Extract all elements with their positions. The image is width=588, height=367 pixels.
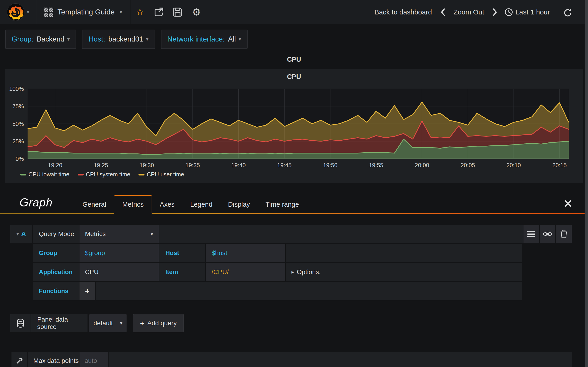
query-mode-select[interactable]: Metrics ▾ [79, 225, 159, 243]
save-dashboard-button[interactable] [168, 0, 187, 24]
star-dashboard-button[interactable]: ☆ [130, 0, 149, 24]
field-label-host: Host [159, 244, 205, 262]
y-axis: 100%75%50%25%0% [5, 89, 27, 159]
query-mode-label: Query Mode [33, 225, 79, 243]
legend-item[interactable]: CPU iowait time [20, 171, 69, 178]
variable-host-dropdown[interactable]: Host: backend01 ▾ [82, 30, 155, 49]
query-ref-id: A [21, 230, 26, 238]
x-axis-tick-label: 19:50 [323, 162, 337, 169]
legend-series-name: CPU iowait time [28, 171, 69, 178]
variable-label: Network interface: [167, 35, 225, 43]
x-axis: 19:2019:2519:3019:3519:4019:4519:5019:55… [27, 159, 569, 170]
panel-title[interactable]: CPU [5, 69, 583, 83]
field-label-application: Application [33, 263, 79, 281]
caret-down-icon: ▾ [27, 9, 29, 15]
y-axis-tick-label: 75% [12, 103, 24, 110]
x-axis-tick-label: 20:05 [460, 162, 475, 169]
x-axis-tick-label: 20:10 [506, 162, 521, 169]
legend-item[interactable]: CPU system time [78, 171, 130, 178]
chevron-left-icon[interactable] [440, 8, 445, 16]
scrollbar[interactable] [585, 0, 588, 367]
refresh-button[interactable] [557, 8, 574, 17]
tab-general[interactable]: General [75, 196, 114, 214]
x-axis-tick-label: 19:30 [140, 162, 154, 169]
mdp-row-filler [109, 352, 572, 367]
query-menu-button[interactable] [523, 225, 539, 243]
share-dashboard-button[interactable] [149, 0, 168, 24]
legend-series-name: CPU user time [147, 171, 184, 178]
save-icon [172, 7, 183, 17]
dashboard-settings-button[interactable]: ⚙ [187, 0, 206, 24]
chevron-right-icon[interactable] [493, 8, 498, 16]
datasource-icon-cell [10, 314, 31, 332]
chart-plot-area[interactable] [27, 89, 569, 159]
wrench-icon [15, 357, 24, 365]
eye-icon [543, 231, 553, 237]
menu-icon [527, 231, 535, 237]
tab-display[interactable]: Display [220, 196, 258, 214]
variable-network-interface-dropdown[interactable]: Network interface: All ▾ [161, 30, 248, 49]
legend-series-name: CPU system time [86, 171, 130, 178]
tab-time-range[interactable]: Time range [258, 196, 307, 214]
legend-item[interactable]: CPU user time [138, 171, 184, 178]
y-axis-tick-label: 50% [12, 120, 24, 127]
field-value-host[interactable]: $host [206, 244, 285, 262]
add-function-button[interactable]: + [79, 282, 95, 300]
options-toggle[interactable]: ▸ Options: [286, 263, 522, 281]
x-axis-tick-label: 19:55 [369, 162, 383, 169]
query-visibility-button[interactable] [540, 225, 555, 243]
query-editor: ▾ A Query Mode Metrics ▾ [0, 225, 588, 300]
time-picker-button[interactable]: Last 1 hour [501, 8, 553, 17]
query-row-group-host: Group $group Host $host [33, 244, 522, 262]
editor-panel-type: Graph [19, 196, 75, 214]
template-variables-row: Group: Backend ▾ Host: backend01 ▾ Netwo… [0, 24, 588, 50]
datasource-select[interactable]: default ▾ [89, 314, 127, 332]
panel-editor: Graph General Metrics Axes Legend Displa… [0, 195, 588, 367]
query-row-functions: Functions + [33, 282, 522, 300]
max-data-points-input[interactable] [80, 352, 108, 367]
legend-color-swatch [138, 174, 145, 175]
trash-icon [560, 230, 568, 238]
max-data-points-label: Max data points [28, 352, 80, 367]
query-row-filler [159, 225, 523, 243]
dashboard-title: Templating Guide [57, 8, 115, 16]
variable-value: backend01 [108, 35, 143, 43]
add-query-button[interactable]: + Add query [133, 314, 184, 332]
field-value-group[interactable]: $group [79, 244, 159, 262]
tab-axes[interactable]: Axes [152, 196, 182, 214]
dashboard-title-dropdown[interactable]: Templating Guide ▾ [36, 0, 130, 24]
dashboard-grid-icon [44, 8, 53, 17]
x-axis-tick-label: 20:15 [552, 162, 567, 169]
max-data-points-row: Max data points [11, 352, 572, 367]
field-label-item: Item [159, 263, 205, 281]
top-navbar: ▾ Templating Guide ▾ ☆ ⚙ Back to dashboa… [0, 0, 585, 24]
query-collapse-toggle[interactable]: ▾ A [10, 225, 32, 243]
close-editor-button[interactable] [564, 200, 572, 207]
caret-down-icon: ▾ [146, 36, 149, 42]
caret-down-icon: ▾ [120, 9, 122, 15]
variable-value: Backend [37, 35, 65, 43]
variable-group-dropdown[interactable]: Group: Backend ▾ [5, 30, 76, 49]
x-axis-tick-label: 19:40 [231, 162, 246, 169]
options-label: Options: [297, 268, 321, 276]
y-axis-tick-label: 25% [12, 138, 24, 144]
caret-down-icon: ▾ [67, 36, 69, 42]
tab-metrics[interactable]: Metrics [114, 195, 152, 215]
zoom-out-button[interactable]: Zoom Out [449, 8, 489, 16]
scrollbar-thumb[interactable] [585, 0, 588, 367]
stacked-area-chart [27, 89, 569, 159]
variable-label: Group: [12, 35, 34, 43]
legend-color-swatch [20, 174, 26, 175]
tab-legend[interactable]: Legend [182, 196, 220, 214]
add-query-label: Add query [147, 319, 177, 327]
datasource-value: default [94, 319, 113, 327]
query-delete-button[interactable] [556, 225, 572, 243]
x-axis-tick-label: 20:00 [415, 162, 429, 169]
field-value-item[interactable]: /CPU/ [206, 263, 285, 281]
variable-value: All [228, 35, 236, 43]
back-to-dashboard-button[interactable]: Back to dashboard [369, 8, 437, 16]
legend-color-swatch [78, 174, 84, 175]
plus-icon: + [85, 287, 90, 296]
grafana-menu-button[interactable]: ▾ [0, 0, 36, 24]
field-value-application[interactable]: CPU [79, 263, 159, 281]
